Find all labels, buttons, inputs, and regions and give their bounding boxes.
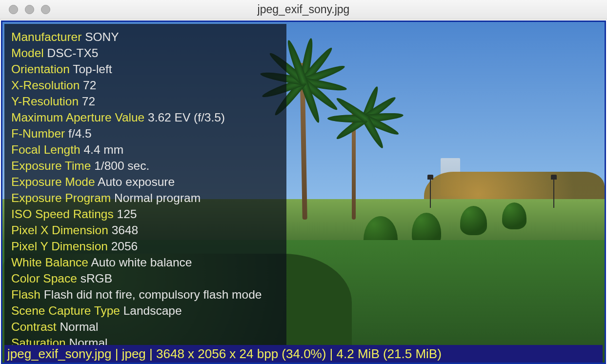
exif-overlay: Manufacturer SONY Model DSC-TX5 Orientat… <box>4 24 286 364</box>
exif-key: F-Number <box>11 127 65 140</box>
exif-key: White Balance <box>11 256 88 269</box>
status-separator: | <box>146 346 156 361</box>
exif-key: Maximum Aperture Value <box>11 111 144 124</box>
exif-value: Normal program <box>114 191 201 204</box>
exif-key: Exposure Program <box>11 191 111 204</box>
exif-key: Color Space <box>11 272 77 285</box>
exif-row-f-number: F-Number f/4.5 <box>11 125 280 142</box>
exif-key: Y-Resolution <box>11 95 79 108</box>
exif-key: Exposure Time <box>11 159 91 172</box>
window-title: jpeg_exif_sony.jpg <box>258 3 350 16</box>
minimize-window-button[interactable] <box>25 5 34 14</box>
exif-value: Landscape <box>123 304 182 317</box>
exif-value: f/4.5 <box>68 127 92 140</box>
exif-row-model: Model DSC-TX5 <box>11 45 280 61</box>
exif-key: Scene Capture Type <box>11 304 120 317</box>
exif-key: Pixel Y Dimension <box>11 240 108 253</box>
status-separator: | <box>111 346 121 361</box>
exif-row-color-space: Color Space sRGB <box>11 270 280 286</box>
status-filename: jpeg_exif_sony.jpg <box>7 346 111 361</box>
maximize-window-button[interactable] <box>41 5 50 14</box>
exif-key: Exposure Mode <box>11 175 95 188</box>
status-text: jpeg_exif_sony.jpg | jpeg | 3648 x 2056 … <box>7 346 442 362</box>
exif-key: ISO Speed Ratings <box>11 207 114 221</box>
status-filesize: 4.2 MiB (21.5 MiB) <box>337 346 442 361</box>
photo-lamp <box>430 179 431 208</box>
exif-row-contrast: Contrast Normal <box>11 319 280 335</box>
exif-value: Normal <box>60 320 98 333</box>
exif-row-flash: Flash Flash did not fire, compulsory fla… <box>11 286 280 303</box>
window: jpeg_exif_sony.jpg <box>0 0 607 364</box>
exif-key: Focal Length <box>11 143 81 156</box>
exif-key: Model <box>11 46 44 60</box>
exif-value: 2056 <box>111 240 138 253</box>
content-area: Manufacturer SONY Model DSC-TX5 Orientat… <box>0 20 607 364</box>
status-dimensions: 3648 x 2056 x 24 bpp (34.0%) <box>156 346 326 361</box>
exif-value: Top-left <box>73 62 112 76</box>
statusbar: jpeg_exif_sony.jpg | jpeg | 3648 x 2056 … <box>4 345 603 363</box>
exif-key: X-Resolution <box>11 79 80 92</box>
exif-row-pixel-x: Pixel X Dimension 3648 <box>11 222 280 238</box>
exif-key: Pixel X Dimension <box>11 223 108 237</box>
exif-row-y-resolution: Y-Resolution 72 <box>11 93 280 109</box>
exif-value: 125 <box>117 207 137 221</box>
exif-row-x-resolution: X-Resolution 72 <box>11 77 280 93</box>
exif-value: Auto white balance <box>91 256 192 269</box>
exif-row-scene-capture: Scene Capture Type Landscape <box>11 303 280 319</box>
exif-value: 72 <box>83 79 96 92</box>
exif-value: 4.4 mm <box>83 143 123 156</box>
exif-key: Contrast <box>11 320 57 333</box>
exif-key: Flash <box>11 288 40 301</box>
status-separator: | <box>326 346 336 361</box>
exif-value: 1/800 sec. <box>94 159 149 172</box>
exif-row-iso: ISO Speed Ratings 125 <box>11 206 280 222</box>
exif-row-exposure-program: Exposure Program Normal program <box>11 190 280 206</box>
exif-value: 3.62 EV (f/3.5) <box>148 111 225 124</box>
photo-lamp <box>553 179 554 208</box>
exif-row-manufacturer: Manufacturer SONY <box>11 29 280 45</box>
exif-value: DSC-TX5 <box>47 46 99 60</box>
exif-row-focal-length: Focal Length 4.4 mm <box>11 142 280 158</box>
close-window-button[interactable] <box>9 5 18 14</box>
exif-key: Orientation <box>11 62 70 76</box>
exif-row-white-balance: White Balance Auto white balance <box>11 254 280 270</box>
exif-value: Flash did not fire, compulsory flash mod… <box>44 288 262 301</box>
exif-value: SONY <box>85 30 119 43</box>
status-format: jpeg <box>122 346 146 361</box>
exif-value: 3648 <box>112 223 139 237</box>
exif-row-exposure-time: Exposure Time 1/800 sec. <box>11 158 280 174</box>
exif-row-pixel-y: Pixel Y Dimension 2056 <box>11 238 280 254</box>
exif-row-exposure-mode: Exposure Mode Auto exposure <box>11 174 280 190</box>
exif-value: sRGB <box>81 272 112 285</box>
traffic-lights <box>0 5 50 14</box>
exif-row-max-aperture: Maximum Aperture Value 3.62 EV (f/3.5) <box>11 109 280 125</box>
exif-value: Auto exposure <box>98 175 175 188</box>
exif-row-orientation: Orientation Top-left <box>11 61 280 77</box>
exif-key: Manufacturer <box>11 30 81 43</box>
image-viewport[interactable]: Manufacturer SONY Model DSC-TX5 Orientat… <box>1 20 606 364</box>
exif-value: 72 <box>82 95 95 108</box>
titlebar[interactable]: jpeg_exif_sony.jpg <box>0 0 607 20</box>
